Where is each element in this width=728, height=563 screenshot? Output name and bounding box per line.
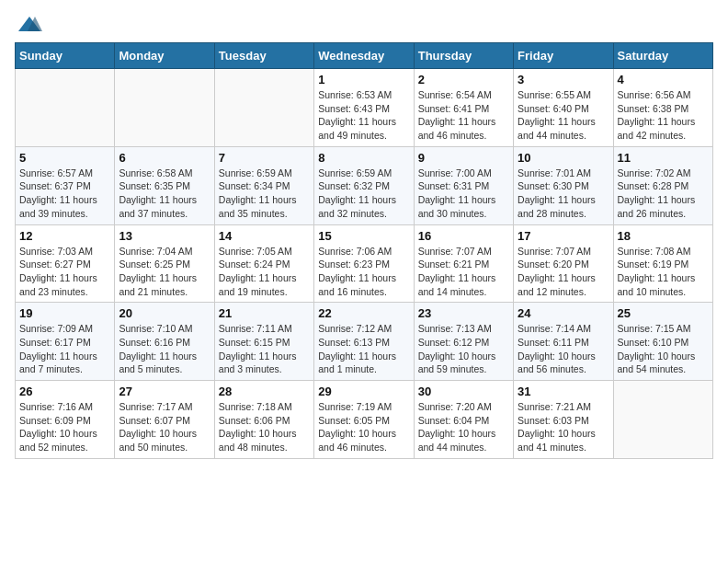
day-info: Sunrise: 7:16 AM Sunset: 6:09 PM Dayligh… (19, 400, 110, 454)
calendar-day-31: 31Sunrise: 7:21 AM Sunset: 6:03 PM Dayli… (514, 381, 613, 459)
calendar-day-21: 21Sunrise: 7:11 AM Sunset: 6:15 PM Dayli… (214, 303, 313, 381)
day-info: Sunrise: 6:53 AM Sunset: 6:43 PM Dayligh… (318, 88, 409, 143)
day-number: 19 (19, 306, 110, 320)
day-number: 12 (19, 229, 110, 243)
day-info: Sunrise: 7:07 AM Sunset: 6:20 PM Dayligh… (518, 245, 609, 299)
day-number: 5 (19, 151, 110, 165)
day-info: Sunrise: 7:02 AM Sunset: 6:28 PM Dayligh… (618, 167, 709, 221)
day-info: Sunrise: 6:54 AM Sunset: 6:41 PM Dayligh… (418, 88, 509, 143)
day-number: 31 (518, 385, 609, 398)
calendar-week-row: 1Sunrise: 6:53 AM Sunset: 6:43 PM Daylig… (16, 69, 713, 147)
calendar-day-12: 12Sunrise: 7:03 AM Sunset: 6:27 PM Dayli… (16, 224, 115, 303)
calendar-day-20: 20Sunrise: 7:10 AM Sunset: 6:16 PM Dayli… (115, 303, 214, 381)
calendar-day-9: 9Sunrise: 7:00 AM Sunset: 6:31 PM Daylig… (414, 146, 513, 224)
day-number: 2 (418, 73, 509, 86)
calendar-day-3: 3Sunrise: 6:55 AM Sunset: 6:40 PM Daylig… (514, 69, 613, 147)
day-number: 25 (618, 306, 709, 320)
day-info: Sunrise: 7:09 AM Sunset: 6:17 PM Dayligh… (19, 322, 110, 376)
day-number: 21 (219, 306, 310, 320)
calendar-day-14: 14Sunrise: 7:05 AM Sunset: 6:24 PM Dayli… (214, 224, 313, 303)
day-info: Sunrise: 7:18 AM Sunset: 6:06 PM Dayligh… (219, 400, 310, 454)
day-number: 30 (418, 385, 509, 398)
calendar-empty-cell (214, 69, 313, 147)
calendar-day-16: 16Sunrise: 7:07 AM Sunset: 6:21 PM Dayli… (414, 224, 513, 303)
day-number: 24 (518, 306, 609, 320)
day-info: Sunrise: 6:55 AM Sunset: 6:40 PM Dayligh… (518, 88, 609, 143)
calendar-day-24: 24Sunrise: 7:14 AM Sunset: 6:11 PM Dayli… (514, 303, 613, 381)
calendar-empty-cell (16, 69, 115, 147)
calendar-week-row: 5Sunrise: 6:57 AM Sunset: 6:37 PM Daylig… (16, 146, 713, 224)
page-header (15, 15, 713, 31)
day-info: Sunrise: 6:59 AM Sunset: 6:34 PM Dayligh… (219, 167, 310, 221)
day-info: Sunrise: 6:57 AM Sunset: 6:37 PM Dayligh… (19, 167, 110, 221)
calendar-day-19: 19Sunrise: 7:09 AM Sunset: 6:17 PM Dayli… (16, 303, 115, 381)
calendar-day-4: 4Sunrise: 6:56 AM Sunset: 6:38 PM Daylig… (613, 69, 712, 147)
day-number: 23 (418, 306, 509, 320)
calendar-day-29: 29Sunrise: 7:19 AM Sunset: 6:05 PM Dayli… (314, 381, 414, 459)
calendar-day-17: 17Sunrise: 7:07 AM Sunset: 6:20 PM Dayli… (514, 224, 613, 303)
day-number: 22 (318, 306, 409, 320)
calendar-day-25: 25Sunrise: 7:15 AM Sunset: 6:10 PM Dayli… (613, 303, 712, 381)
day-info: Sunrise: 6:58 AM Sunset: 6:35 PM Dayligh… (119, 167, 210, 221)
calendar-day-10: 10Sunrise: 7:01 AM Sunset: 6:30 PM Dayli… (514, 146, 613, 224)
day-number: 29 (318, 385, 409, 398)
calendar-day-1: 1Sunrise: 6:53 AM Sunset: 6:43 PM Daylig… (314, 69, 414, 147)
day-number: 17 (518, 229, 609, 243)
calendar-header-row: SundayMondayTuesdayWednesdayThursdayFrid… (16, 43, 713, 69)
day-info: Sunrise: 7:11 AM Sunset: 6:15 PM Dayligh… (219, 322, 310, 376)
day-info: Sunrise: 7:08 AM Sunset: 6:19 PM Dayligh… (618, 245, 709, 299)
day-info: Sunrise: 7:04 AM Sunset: 6:25 PM Dayligh… (119, 245, 210, 299)
calendar-week-row: 26Sunrise: 7:16 AM Sunset: 6:09 PM Dayli… (16, 381, 713, 459)
weekday-header-friday: Friday (514, 43, 613, 69)
calendar-day-18: 18Sunrise: 7:08 AM Sunset: 6:19 PM Dayli… (613, 224, 712, 303)
calendar-day-23: 23Sunrise: 7:13 AM Sunset: 6:12 PM Dayli… (414, 303, 513, 381)
day-number: 14 (219, 229, 310, 243)
weekday-header-saturday: Saturday (613, 43, 712, 69)
calendar-day-11: 11Sunrise: 7:02 AM Sunset: 6:28 PM Dayli… (613, 146, 712, 224)
day-number: 18 (618, 229, 709, 243)
calendar-day-27: 27Sunrise: 7:17 AM Sunset: 6:07 PM Dayli… (115, 381, 214, 459)
day-number: 4 (618, 73, 709, 86)
day-info: Sunrise: 7:20 AM Sunset: 6:04 PM Dayligh… (418, 400, 509, 454)
day-info: Sunrise: 7:12 AM Sunset: 6:13 PM Dayligh… (318, 322, 409, 376)
day-number: 8 (318, 151, 409, 165)
weekday-header-monday: Monday (115, 43, 214, 69)
day-number: 9 (418, 151, 509, 165)
day-info: Sunrise: 7:00 AM Sunset: 6:31 PM Dayligh… (418, 167, 509, 221)
day-number: 26 (19, 385, 110, 398)
weekday-header-wednesday: Wednesday (314, 43, 414, 69)
day-number: 28 (219, 385, 310, 398)
day-info: Sunrise: 7:13 AM Sunset: 6:12 PM Dayligh… (418, 322, 509, 376)
day-number: 11 (618, 151, 709, 165)
day-number: 27 (119, 385, 210, 398)
day-number: 16 (418, 229, 509, 243)
day-info: Sunrise: 6:56 AM Sunset: 6:38 PM Dayligh… (618, 88, 709, 143)
day-info: Sunrise: 7:10 AM Sunset: 6:16 PM Dayligh… (119, 322, 210, 376)
calendar: SundayMondayTuesdayWednesdayThursdayFrid… (15, 42, 713, 459)
day-info: Sunrise: 7:17 AM Sunset: 6:07 PM Dayligh… (119, 400, 210, 454)
day-number: 20 (119, 306, 210, 320)
calendar-day-15: 15Sunrise: 7:06 AM Sunset: 6:23 PM Dayli… (314, 224, 414, 303)
weekday-header-sunday: Sunday (16, 43, 115, 69)
weekday-header-thursday: Thursday (414, 43, 513, 69)
calendar-day-5: 5Sunrise: 6:57 AM Sunset: 6:37 PM Daylig… (16, 146, 115, 224)
day-info: Sunrise: 7:21 AM Sunset: 6:03 PM Dayligh… (518, 400, 609, 454)
calendar-day-6: 6Sunrise: 6:58 AM Sunset: 6:35 PM Daylig… (115, 146, 214, 224)
day-info: Sunrise: 7:03 AM Sunset: 6:27 PM Dayligh… (19, 245, 110, 299)
calendar-day-28: 28Sunrise: 7:18 AM Sunset: 6:06 PM Dayli… (214, 381, 313, 459)
day-info: Sunrise: 6:59 AM Sunset: 6:32 PM Dayligh… (318, 167, 409, 221)
day-number: 3 (518, 73, 609, 86)
day-number: 15 (318, 229, 409, 243)
logo (15, 15, 44, 31)
day-number: 10 (518, 151, 609, 165)
day-number: 13 (119, 229, 210, 243)
day-info: Sunrise: 7:07 AM Sunset: 6:21 PM Dayligh… (418, 245, 509, 299)
day-info: Sunrise: 7:01 AM Sunset: 6:30 PM Dayligh… (518, 167, 609, 221)
day-number: 7 (219, 151, 310, 165)
calendar-week-row: 19Sunrise: 7:09 AM Sunset: 6:17 PM Dayli… (16, 303, 713, 381)
day-number: 6 (119, 151, 210, 165)
day-info: Sunrise: 7:19 AM Sunset: 6:05 PM Dayligh… (318, 400, 409, 454)
day-number: 1 (318, 73, 409, 86)
calendar-week-row: 12Sunrise: 7:03 AM Sunset: 6:27 PM Dayli… (16, 224, 713, 303)
calendar-day-22: 22Sunrise: 7:12 AM Sunset: 6:13 PM Dayli… (314, 303, 414, 381)
